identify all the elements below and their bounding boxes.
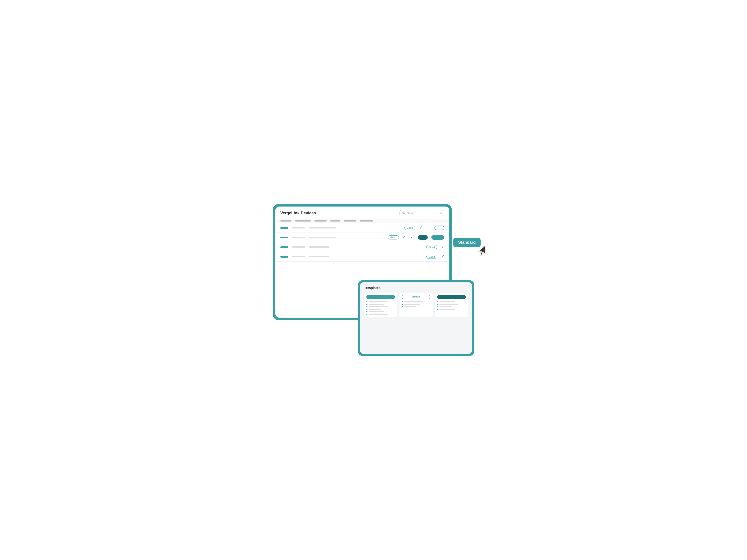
list-line xyxy=(368,304,384,305)
table-row: Good ✓ xyxy=(275,242,449,252)
bullet-icon xyxy=(437,301,438,302)
row-indicator xyxy=(280,237,288,238)
bullet-icon xyxy=(366,306,367,307)
template-card-3-header xyxy=(437,295,466,299)
list-line xyxy=(368,314,388,315)
template-card-2[interactable]: Standard xyxy=(400,293,433,317)
list-line xyxy=(439,304,458,305)
col-header-5 xyxy=(344,220,356,221)
search-clear-button[interactable]: × xyxy=(440,211,442,215)
check-icon: ✓ xyxy=(403,235,406,240)
templates-grid: Standard xyxy=(364,293,468,317)
template-card-2-header: Standard xyxy=(402,295,431,299)
table-row: Good ✓ ··· xyxy=(275,223,449,233)
status-badge: Good xyxy=(427,245,437,249)
list-line xyxy=(368,311,384,312)
column-headers xyxy=(275,219,449,223)
list-item xyxy=(366,306,395,307)
list-item xyxy=(437,309,466,310)
row-text-1 xyxy=(292,227,305,229)
col-header-4 xyxy=(330,220,340,221)
bullet-icon xyxy=(366,309,367,310)
status-badge: Good xyxy=(427,255,437,259)
list-line xyxy=(404,304,420,305)
list-item xyxy=(366,301,395,302)
col-header-1 xyxy=(280,220,291,221)
action-button[interactable] xyxy=(431,235,444,240)
scene: VergeLink Devices 🔍 Search × xyxy=(273,204,474,356)
bullet-icon xyxy=(366,301,367,302)
toggle-switch[interactable] xyxy=(434,225,444,230)
bullet-icon xyxy=(437,304,438,305)
bullet-icon xyxy=(366,311,367,312)
template-card-1-header xyxy=(366,295,395,299)
table-row: Good ✓ xyxy=(275,252,449,262)
check-icon: ✓ xyxy=(441,254,444,259)
list-line xyxy=(404,306,416,307)
col-header-2 xyxy=(295,220,311,221)
check-icon: ✓ xyxy=(419,225,422,230)
list-line xyxy=(368,309,381,310)
status-badge: Good xyxy=(405,226,415,230)
bullet-icon xyxy=(366,304,367,305)
status-badge: Good xyxy=(388,235,399,239)
template-card-3[interactable] xyxy=(435,293,468,317)
row-text-2 xyxy=(309,256,329,257)
toggle-switch-on[interactable] xyxy=(418,235,428,240)
templates-title: Templates xyxy=(364,286,468,290)
list-item xyxy=(437,304,466,305)
more-options-icon[interactable]: ··· xyxy=(409,235,414,239)
list-line xyxy=(368,301,388,302)
row-indicator xyxy=(280,256,288,258)
list-item xyxy=(402,301,431,302)
search-bar[interactable]: 🔍 Search × xyxy=(400,210,444,216)
row-text-2 xyxy=(309,246,329,248)
templates-inner: Templates xyxy=(360,282,472,354)
list-line xyxy=(404,301,423,302)
template-card-1[interactable] xyxy=(364,293,397,317)
bullet-icon xyxy=(366,314,367,315)
col-header-6 xyxy=(360,220,373,221)
list-item xyxy=(366,309,395,310)
search-placeholder: Search xyxy=(407,211,439,215)
list-line xyxy=(439,301,455,302)
bullet-icon xyxy=(437,306,438,307)
more-options-icon[interactable]: ··· xyxy=(426,226,431,230)
cursor-icon xyxy=(477,245,486,258)
list-item xyxy=(366,314,395,315)
row-text-2 xyxy=(309,227,336,229)
bullet-icon xyxy=(402,301,403,302)
row-text-1 xyxy=(292,237,305,238)
list-line xyxy=(368,306,388,307)
check-icon: ✓ xyxy=(441,245,444,249)
list-item xyxy=(402,304,431,305)
bullet-icon xyxy=(402,304,403,305)
row-text-1 xyxy=(292,246,305,248)
app-title: VergeLink Devices xyxy=(280,211,316,215)
col-header-3 xyxy=(314,220,327,221)
standard-tooltip: Standard xyxy=(453,238,481,247)
table-row: Good ✓ ··· xyxy=(275,233,449,242)
templates-panel: Templates xyxy=(358,280,474,356)
bullet-icon xyxy=(437,309,438,310)
row-indicator xyxy=(280,227,288,229)
row-text-2 xyxy=(309,237,336,238)
app-header: VergeLink Devices 🔍 Search × xyxy=(275,207,449,219)
list-line xyxy=(439,309,455,310)
list-item xyxy=(366,304,395,305)
list-item xyxy=(437,306,466,307)
list-item xyxy=(402,306,431,307)
row-text-1 xyxy=(292,256,305,257)
bullet-icon xyxy=(402,306,403,307)
list-item xyxy=(437,301,466,302)
row-indicator xyxy=(280,246,288,248)
search-icon: 🔍 xyxy=(402,211,406,215)
list-line xyxy=(439,306,452,307)
list-item xyxy=(366,311,395,312)
